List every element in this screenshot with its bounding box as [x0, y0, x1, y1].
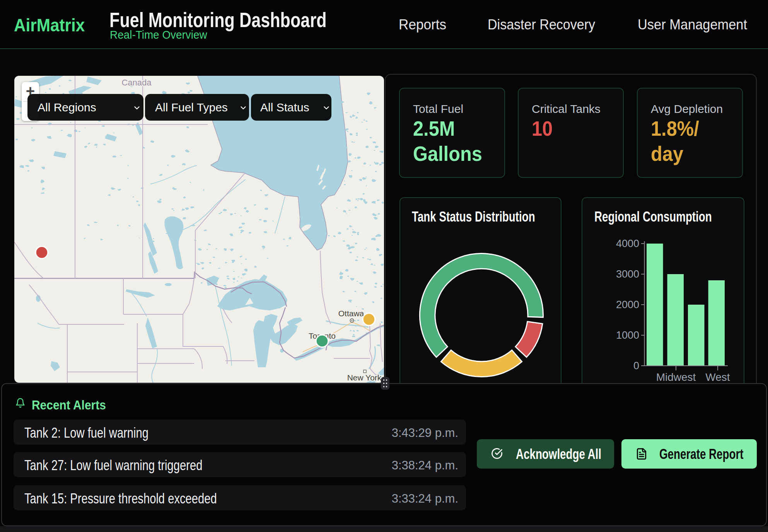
svg-text:Midwest: Midwest [656, 371, 696, 383]
svg-text:1000: 1000 [616, 329, 639, 341]
svg-text:West: West [705, 371, 730, 383]
svg-text:New York: New York [347, 373, 382, 382]
svg-text:3000: 3000 [616, 268, 639, 280]
svg-text:Canada: Canada [121, 78, 152, 87]
svg-text:0: 0 [633, 360, 639, 372]
svg-text:4000: 4000 [616, 238, 639, 249]
svg-text:2000: 2000 [616, 299, 639, 310]
svg-text:Ottawa: Ottawa [338, 309, 364, 318]
